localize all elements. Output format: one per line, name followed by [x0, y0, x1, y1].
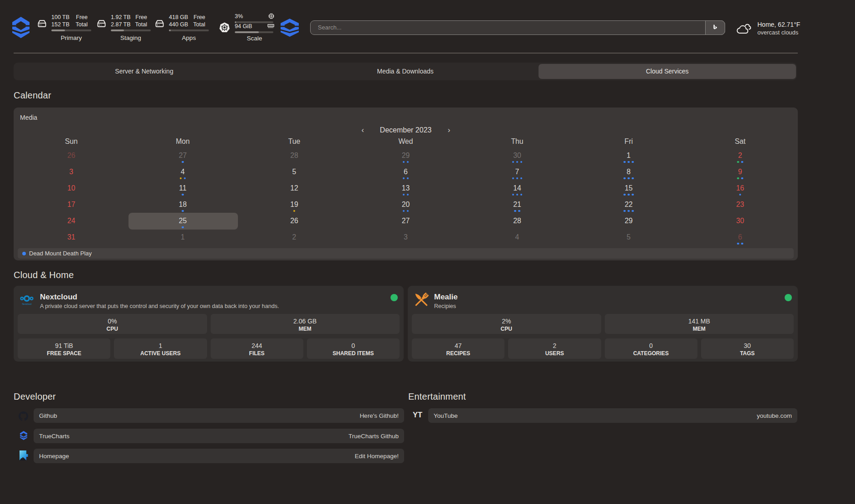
svg-text:Nextcloud: Nextcloud: [22, 303, 32, 305]
